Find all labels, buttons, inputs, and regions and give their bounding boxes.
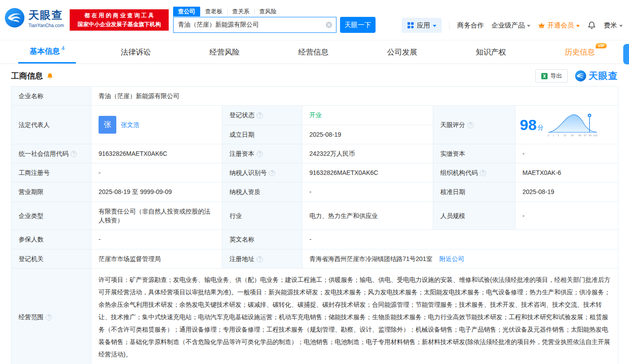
score-widget[interactable]: 98 分 0 1 3 15 50 xyxy=(520,112,613,138)
tianyancha-logo-icon xyxy=(4,8,25,28)
crown-icon xyxy=(538,22,545,28)
watermark-logo: 天眼查 xyxy=(575,70,618,82)
field-value-score: 98 分 0 1 3 15 50 xyxy=(515,106,618,144)
floating-sidebar-tab[interactable] xyxy=(623,44,629,64)
svg-text:15: 15 xyxy=(563,134,566,137)
field-label-score: 天眼评分 xyxy=(433,106,515,144)
search-tab-boss[interactable]: 查老板 xyxy=(200,7,227,16)
row-registry: 登记机关 茫崖市市场监督管理局 注册地址 青海省海西州茫崖市冷湖镇团结路71号2… xyxy=(12,249,618,268)
tab-company-development[interactable]: 公司发展 xyxy=(358,40,447,63)
field-value-approve-date: 2025-08-19 xyxy=(515,182,618,202)
help-icon[interactable] xyxy=(46,314,52,320)
field-label-paid-capital: 实缴资本 xyxy=(433,144,515,163)
address-text: 青海省海西州茫崖市冷湖镇团结路71号201室 xyxy=(309,255,432,262)
search-input[interactable] xyxy=(178,21,323,28)
field-label-reg-status: 登记状态 xyxy=(222,106,302,125)
apps-menu[interactable]: 应用 xyxy=(402,18,442,33)
tab-operating-risk[interactable]: 经营风险 xyxy=(180,40,269,63)
export-button[interactable]: 导出 xyxy=(535,69,568,83)
score-number: 98 xyxy=(520,117,537,132)
divider xyxy=(449,21,450,29)
row-reg-number: 工商注册号 - 纳税人识别号 91632826MAETX0AK6C 组织机构代码… xyxy=(12,163,618,182)
help-icon[interactable] xyxy=(71,151,77,157)
field-value-registry: 茫崖市市场监督管理局 xyxy=(91,249,222,268)
search-block: 查公司 查老板 查关系 查风险 天眼一下 xyxy=(173,7,376,33)
svg-text:0: 0 xyxy=(548,134,550,137)
top-header: 天眼查 TianYanCha.com 都 在 用 的 商 业 查 询 工 具 国… xyxy=(0,0,629,40)
tianyancha-logo[interactable]: 天眼查 TianYanCha.com xyxy=(4,8,64,28)
section-title: 工商信息 xyxy=(11,71,43,81)
tab-label: 经营风险 xyxy=(210,47,240,57)
score-unit: 分 xyxy=(538,123,544,132)
tab-label: 历史信息 xyxy=(565,47,595,57)
clear-icon[interactable] xyxy=(325,21,332,28)
field-value-taxpayer-id: 91632826MAETX0AK6C xyxy=(302,163,433,182)
enterprise-label: 企业级产品 xyxy=(491,21,525,30)
help-icon[interactable] xyxy=(269,170,275,176)
nav-open-vip[interactable]: 开通会员 xyxy=(538,21,580,30)
search-input-wrap xyxy=(173,17,336,33)
field-value-reg-status: 开业 xyxy=(302,106,433,125)
tab-label: 知识产权 xyxy=(476,47,506,57)
search-tab-company[interactable]: 查公司 xyxy=(173,7,200,16)
vip-label: 开通会员 xyxy=(547,21,574,30)
legal-rep-link[interactable]: 张文浩 xyxy=(121,120,139,129)
help-icon[interactable] xyxy=(467,122,474,128)
chevron-down-icon xyxy=(576,25,580,27)
row-company-type: 企业类型 有限责任公司（非自然人投资或控股的法人独资） 行业 电力、热力生产和供… xyxy=(12,202,618,230)
field-value-staff-size: - xyxy=(515,202,618,230)
field-value-address: 青海省海西州茫崖市冷湖镇团结路71号201室 附近公司 xyxy=(302,249,618,268)
row-legal-rep: 法定代表人 张 张文浩 登记状态 开业 天眼评分 98 分 xyxy=(12,106,618,125)
field-label-approve-date: 核准日期 xyxy=(433,182,515,202)
section-head: 工商信息 导出 天眼查 xyxy=(0,66,629,86)
tab-operating-info[interactable]: 经营信息 xyxy=(269,40,358,63)
score-curve-chart: 0 1 3 15 50 85 97 99 100 xyxy=(546,112,599,138)
watermark-text: 天眼查 xyxy=(589,70,618,82)
field-value-credit-code: 91632826MAETX0AK6C xyxy=(91,144,222,163)
tab-intellectual-property[interactable]: 知识产权 xyxy=(447,40,535,63)
search-tab-risk[interactable]: 查风险 xyxy=(254,7,281,16)
field-label-credit-code: 统一社会信用代码 xyxy=(12,144,91,163)
row-company-name: 企业名称 青油（茫崖）新能源有限公司 xyxy=(12,87,618,106)
search-tab-relation[interactable]: 查关系 xyxy=(227,7,254,16)
status-badge: 开业 xyxy=(309,111,322,119)
svg-text:99: 99 xyxy=(589,134,592,137)
nav-cooperation[interactable]: 商务合作 xyxy=(457,21,484,30)
tab-basic-info[interactable]: 基本信息 4 xyxy=(3,40,91,63)
field-label-scope: 经营范围 xyxy=(12,268,91,364)
nearby-companies-link[interactable]: 附近公司 xyxy=(439,255,464,262)
notification-bell-icon[interactable] xyxy=(587,21,596,30)
field-label-address: 注册地址 xyxy=(222,249,302,268)
nav-user[interactable]: 费米 xyxy=(604,21,623,30)
chevron-down-icon xyxy=(433,25,436,27)
field-value-taxpayer-qual: - xyxy=(302,182,433,202)
help-icon[interactable] xyxy=(480,170,486,176)
row-business-term: 营业期限 2025-08-19 至 9999-09-09 纳税人资质 - 核准日… xyxy=(12,182,618,202)
field-label-legal-rep: 法定代表人 xyxy=(12,106,91,144)
search-button[interactable]: 天眼一下 xyxy=(340,17,376,33)
field-label-taxpayer-id: 纳税人识别号 xyxy=(222,163,302,182)
tab-history-info[interactable]: 历史信息 VIP xyxy=(535,40,624,63)
legal-rep-avatar[interactable]: 张 xyxy=(99,116,116,134)
help-icon[interactable] xyxy=(257,256,263,262)
help-icon[interactable] xyxy=(257,112,263,119)
help-icon[interactable] xyxy=(257,151,263,157)
header-right-nav: 应用 商务合作 企业级产品 开通会员 费米 xyxy=(402,17,623,33)
grid-icon xyxy=(407,22,414,29)
svg-text:1: 1 xyxy=(553,134,554,137)
field-value-company-name: 青油（茫崖）新能源有限公司 xyxy=(91,87,618,106)
tab-legal-proceedings[interactable]: 法律诉讼 xyxy=(91,40,180,63)
field-value-reg-no: - xyxy=(91,163,222,182)
field-label-reg-capital: 注册资本 xyxy=(222,144,302,163)
field-label-org-code: 组织机构代码 xyxy=(433,163,515,182)
row-credit-code: 统一社会信用代码 91632826MAETX0AK6C 注册资本 242322万… xyxy=(12,144,618,163)
field-label-reg-no: 工商注册号 xyxy=(12,163,91,182)
svg-text:3: 3 xyxy=(558,134,559,137)
subscribe-bell-icon[interactable] xyxy=(46,72,54,80)
svg-text:85: 85 xyxy=(578,134,582,137)
field-value-english-name: - xyxy=(302,230,618,249)
field-value-org-code: MAETX0AK-6 xyxy=(515,163,618,182)
nav-enterprise-products[interactable]: 企业级产品 xyxy=(491,21,530,30)
slogan-line1: 都 在 用 的 商 业 查 询 工 具 xyxy=(73,11,165,20)
field-label-insured: 参保人数 xyxy=(12,230,91,249)
